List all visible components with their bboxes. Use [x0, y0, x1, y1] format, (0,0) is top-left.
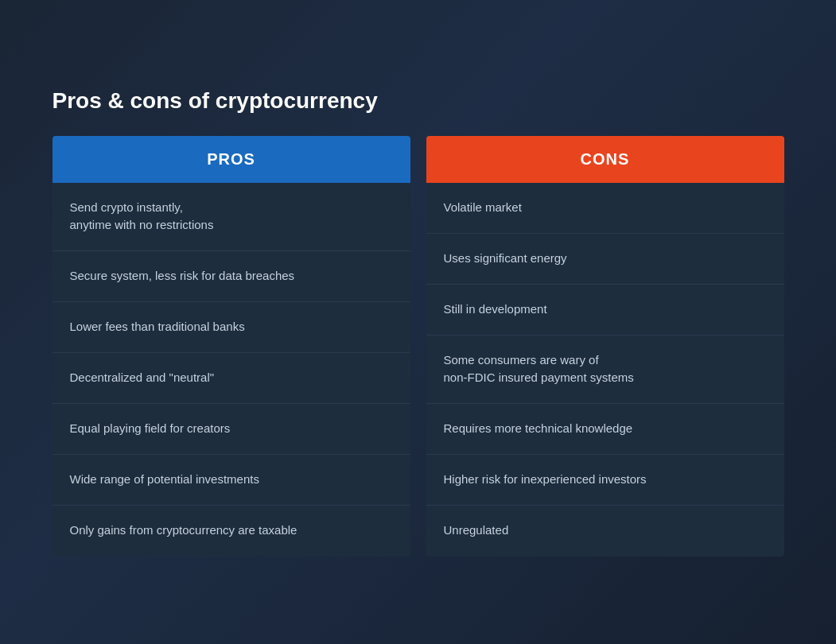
- pros-row-item: Only gains from cryptocurrency are taxab…: [52, 506, 410, 557]
- pros-row-item: Wide range of potential investments: [52, 455, 410, 506]
- cons-header: CONS: [426, 136, 784, 183]
- cons-body: Volatile marketUses significant energySt…: [426, 183, 784, 557]
- comparison-table: PROS Send crypto instantly, anytime with…: [52, 136, 784, 557]
- cons-row-item: Still in development: [426, 285, 784, 336]
- pros-body: Send crypto instantly, anytime with no r…: [52, 183, 410, 557]
- cons-row-item: Requires more technical knowledge: [426, 404, 784, 455]
- pros-row-item: Send crypto instantly, anytime with no r…: [52, 183, 410, 251]
- pros-row-item: Lower fees than traditional banks: [52, 302, 410, 353]
- cons-column: CONS Volatile marketUses significant ene…: [426, 136, 784, 557]
- page-title: Pros & cons of cryptocurrency: [52, 88, 784, 114]
- cons-row-item: Uses significant energy: [426, 234, 784, 285]
- cons-row-item: Higher risk for inexperienced investors: [426, 455, 784, 506]
- main-container: Pros & cons of cryptocurrency PROS Send …: [37, 72, 800, 572]
- pros-column: PROS Send crypto instantly, anytime with…: [52, 136, 410, 557]
- pros-row-item: Equal playing field for creators: [52, 404, 410, 455]
- pros-row-item: Secure system, less risk for data breach…: [52, 251, 410, 302]
- cons-row-item: Volatile market: [426, 183, 784, 234]
- cons-row-item: Some consumers are wary of non-FDIC insu…: [426, 336, 784, 404]
- pros-row-item: Decentralized and "neutral": [52, 353, 410, 404]
- cons-row-item: Unregulated: [426, 506, 784, 557]
- pros-header: PROS: [52, 136, 410, 183]
